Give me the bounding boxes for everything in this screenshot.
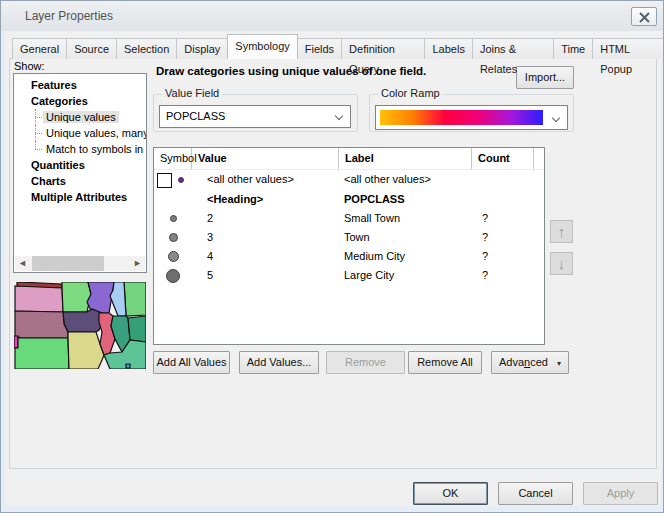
unique-values-table[interactable]: SymbolValueLabelCount <all other values>… (153, 147, 545, 345)
value-cell: <Heading> (192, 190, 339, 209)
column-header-symbol[interactable]: Symbol (154, 148, 192, 169)
tab-source[interactable]: Source (66, 38, 117, 59)
symbol-cell[interactable] (154, 190, 192, 209)
table-row[interactable]: <all other values><all other values> (154, 170, 544, 190)
up-arrow-icon: ↑ (558, 223, 566, 240)
count-cell (472, 190, 534, 209)
ok-button[interactable]: OK (413, 482, 488, 505)
table-header: SymbolValueLabelCount (154, 148, 544, 170)
map-state-nebraska (15, 311, 68, 338)
map-preview-image (14, 282, 146, 369)
table-row[interactable]: 2Small Town? (154, 209, 544, 228)
tree-item-label: Categories (28, 95, 91, 107)
column-header-value[interactable]: Value (192, 148, 339, 169)
tree-item-categories[interactable]: Categories (14, 93, 146, 109)
symbol-cell[interactable] (154, 266, 192, 285)
map-state-lake-dot (126, 364, 130, 368)
scroll-right-icon[interactable]: ► (130, 256, 145, 271)
symbol-cell[interactable] (154, 247, 192, 266)
advanced-button[interactable]: Advanced ▾ (491, 351, 569, 374)
tree-item-features[interactable]: Features (14, 77, 146, 93)
table-row[interactable]: 4Medium City? (154, 247, 544, 266)
value-cell: <all other values> (192, 170, 339, 190)
column-header-blank[interactable] (534, 148, 544, 169)
color-ramp-dropdown[interactable] (375, 105, 568, 130)
tab-labels[interactable]: Labels (424, 38, 472, 59)
column-header-count[interactable]: Count (472, 148, 534, 169)
map-state-south-dakota (15, 286, 63, 312)
all-other-values-checkbox[interactable] (157, 173, 172, 188)
scrollbar-track[interactable] (30, 256, 130, 271)
layer-properties-dialog: Layer Properties GeneralSourceSelectionD… (0, 0, 664, 513)
label-cell: Small Town (339, 209, 472, 228)
count-cell: ? (472, 228, 534, 247)
color-ramp-group-label: Color Ramp (378, 87, 443, 99)
tree-item-label: Unique values (43, 111, 119, 123)
title-bar[interactable]: Layer Properties (1, 1, 663, 31)
point-symbol-swatch[interactable] (169, 233, 178, 242)
tree-item-label: Features (28, 79, 80, 91)
remove-all-button[interactable]: Remove All (408, 351, 482, 374)
close-button[interactable] (631, 7, 657, 26)
symbol-cell[interactable] (154, 170, 192, 190)
value-field-selected: POPCLASS (166, 106, 225, 127)
window-title: Layer Properties (25, 1, 113, 31)
scroll-left-icon[interactable]: ◄ (15, 256, 30, 271)
map-state-michigan (124, 282, 146, 316)
cancel-button[interactable]: Cancel (498, 482, 573, 505)
point-symbol-swatch[interactable] (168, 251, 179, 262)
chevron-down-icon (335, 112, 343, 120)
tab-selection[interactable]: Selection (116, 38, 177, 59)
tree-item-match-to-symbols-in-a[interactable]: Match to symbols in a (14, 141, 146, 157)
tree-item-charts[interactable]: Charts (14, 173, 146, 189)
scrollbar-thumb[interactable] (32, 256, 104, 271)
tab-html-popup[interactable]: HTML Popup (592, 38, 664, 59)
horizontal-scrollbar[interactable]: ◄ ► (15, 256, 145, 271)
tree-item-multiple-attributes[interactable]: Multiple Attributes (14, 189, 146, 205)
symbol-cell[interactable] (154, 209, 192, 228)
tree-item-unique-values[interactable]: Unique values (14, 109, 146, 125)
tab-time[interactable]: Time (553, 38, 593, 59)
chevron-down-icon (552, 114, 560, 122)
table-row[interactable]: 5Large City? (154, 266, 544, 285)
apply-button[interactable]: Apply (583, 482, 658, 505)
symbology-map-preview (14, 282, 146, 369)
show-tree-list: FeaturesCategoriesUnique valuesUnique va… (13, 73, 147, 273)
table-row[interactable]: <Heading>POPCLASS (154, 190, 544, 209)
point-symbol-swatch[interactable] (166, 269, 180, 283)
import-button[interactable]: Import... (516, 66, 574, 89)
column-header-label[interactable]: Label (339, 148, 472, 169)
value-field-dropdown[interactable]: POPCLASS (159, 105, 351, 128)
add-values-button[interactable]: Add Values... (239, 351, 319, 374)
symbol-cell[interactable] (154, 228, 192, 247)
label-cell: Town (339, 228, 472, 247)
point-symbol-swatch[interactable] (170, 215, 177, 222)
tab-general[interactable]: General (12, 38, 67, 59)
point-symbol-swatch[interactable] (178, 177, 184, 183)
label-cell: POPCLASS (339, 190, 472, 209)
tab-display[interactable]: Display (176, 38, 228, 59)
map-state-missouri (68, 332, 104, 369)
map-state-iowa (63, 309, 104, 332)
value-cell: 4 (192, 247, 339, 266)
tree-item-unique-values-many[interactable]: Unique values, many (14, 125, 146, 141)
down-arrow-icon: ↓ (558, 255, 566, 272)
move-up-button[interactable]: ↑ (550, 220, 573, 243)
table-row[interactable]: 3Town? (154, 228, 544, 247)
tree-item-label: Quantities (28, 159, 88, 171)
tree-item-quantities[interactable]: Quantities (14, 157, 146, 173)
color-ramp-swatch (380, 110, 543, 125)
remove-button[interactable]: Remove (326, 351, 405, 374)
tab-joins-relates[interactable]: Joins & Relates (472, 38, 554, 59)
tab-fields[interactable]: Fields (297, 38, 342, 59)
tree-item-label: Multiple Attributes (28, 191, 130, 203)
count-cell: ? (472, 247, 534, 266)
value-cell: 5 (192, 266, 339, 285)
add-all-values-button[interactable]: Add All Values (153, 351, 230, 374)
tree-item-label: Unique values, many (43, 127, 147, 139)
dropdown-arrow-icon: ▾ (557, 359, 561, 368)
move-down-button[interactable]: ↓ (550, 252, 573, 275)
tab-definition-query[interactable]: Definition Query (341, 38, 425, 59)
tab-symbology[interactable]: Symbology (227, 34, 297, 59)
advanced-label-post: ced (530, 356, 548, 368)
